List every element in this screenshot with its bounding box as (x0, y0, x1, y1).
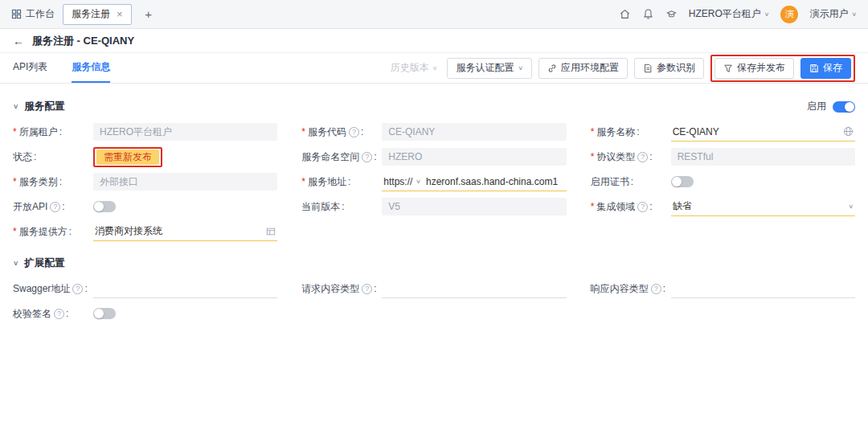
required-marker (13, 176, 19, 187)
param-detect-button[interactable]: 参数识别 (634, 58, 704, 79)
response-type-input[interactable] (671, 280, 855, 297)
auth-config-button[interactable]: 服务认证配置 ∨ (447, 58, 532, 79)
grid-spacer (301, 221, 566, 242)
field-version-label: 当前版本 (301, 200, 382, 214)
lov-picker-icon[interactable] (266, 227, 277, 236)
env-config-button[interactable]: 应用环境配置 (538, 58, 628, 79)
field-cert-label: 启用证书 (591, 175, 671, 189)
field-open-api-label: 开放API? (13, 200, 93, 214)
workbench-tab[interactable]: 工作台 (11, 7, 63, 21)
required-marker (301, 126, 308, 137)
protocol-prefix-select[interactable]: https:// (382, 176, 412, 187)
field-address: 服务地址 https:// ∨ (301, 171, 566, 192)
field-request-type-label: 请求内容类型? (301, 282, 382, 296)
service-address-input[interactable] (424, 173, 567, 190)
save-and-publish-button[interactable]: 保存并发布 (714, 58, 794, 79)
field-provider: 服务提供方 (13, 221, 277, 242)
save-button[interactable]: 保存 (800, 58, 851, 79)
add-tab-button[interactable]: + (140, 6, 158, 23)
funnel-icon (723, 64, 733, 73)
field-cert: 启用证书 (591, 171, 855, 192)
help-icon: ? (651, 284, 661, 294)
form-content: ∨ 服务配置 启用 所属租户 HZERO平台租户 服务代码? CE-QIANY … (0, 84, 868, 447)
help-icon: ? (50, 202, 60, 212)
field-protocol: 协议类型? RESTful (591, 146, 855, 167)
avatar[interactable]: 演 (780, 6, 798, 23)
back-button[interactable]: ← (13, 35, 24, 47)
sign-check-toggle[interactable] (93, 308, 116, 319)
version-input: V5 (382, 198, 566, 215)
page-header: ← 服务注册 - CE-QIANY (0, 29, 868, 53)
help-icon: ? (362, 152, 372, 162)
enable-label: 启用 (807, 100, 826, 113)
field-open-api: 开放API? (13, 196, 277, 217)
help-icon: ? (637, 202, 648, 212)
field-tenant-label: 所属租户 (13, 125, 93, 139)
open-api-toggle[interactable] (93, 201, 116, 212)
field-swagger: Swagger地址? (13, 278, 277, 299)
chevron-down-icon: ∨ (764, 11, 770, 18)
tenant-label: HZERO平台租户 (689, 7, 761, 21)
grid-spacer (301, 303, 566, 324)
tab-api-list[interactable]: API列表 (13, 53, 47, 83)
user-menu[interactable]: 演示用户 ∨ (809, 7, 857, 21)
help-icon: ? (54, 309, 64, 319)
home-icon[interactable] (619, 8, 631, 20)
provider-input[interactable] (93, 223, 263, 240)
chevron-down-icon[interactable]: ∨ (416, 178, 421, 185)
protocol-input: RESTful (671, 148, 855, 166)
section-service-config: ∨ 服务配置 启用 (13, 90, 855, 121)
required-marker (13, 226, 19, 237)
field-category-label: 服务类别 (13, 175, 93, 189)
namespace-input: HZERO (382, 148, 566, 166)
close-icon[interactable]: × (117, 9, 123, 19)
chevron-down-icon: ∨ (848, 203, 855, 210)
field-service-code-label: 服务代码? (301, 125, 382, 139)
section-extension-config: ∨ 扩展配置 (13, 247, 855, 278)
grid-spacer (591, 221, 855, 242)
chevron-down-icon[interactable]: ∨ (13, 260, 18, 267)
open-tab-label: 服务注册 (72, 7, 110, 21)
chevron-down-icon: ∨ (432, 65, 438, 72)
field-service-code: 服务代码? CE-QIANY (301, 121, 566, 142)
swagger-input[interactable] (93, 280, 277, 297)
history-version-select[interactable]: 历史版本 ∨ (391, 61, 438, 75)
enable-toggle[interactable] (833, 101, 855, 113)
field-response-type: 响应内容类型? (591, 278, 855, 299)
chevron-down-icon: ∨ (518, 65, 523, 72)
bell-icon[interactable] (642, 8, 654, 20)
help-center-icon[interactable] (665, 8, 678, 20)
enable-cert-toggle[interactable] (671, 176, 694, 187)
help-icon: ? (362, 284, 372, 294)
section-title: 扩展配置 (24, 256, 64, 270)
field-protocol-label: 协议类型? (591, 150, 671, 164)
service-name-input[interactable] (671, 123, 840, 140)
field-response-type-label: 响应内容类型? (591, 282, 671, 296)
tenant-input: HZERO平台租户 (93, 123, 277, 141)
field-category: 服务类别 外部接口 (13, 171, 277, 192)
workbench-label: 工作台 (26, 7, 55, 21)
field-sign-check: 校验签名? (13, 303, 277, 324)
field-sign-check-label: 校验签名? (13, 307, 93, 321)
field-request-type: 请求内容类型? (301, 278, 566, 299)
status-badge: 需重新发布 (96, 150, 159, 165)
grid-spacer (591, 303, 855, 324)
field-provider-label: 服务提供方 (13, 225, 93, 239)
open-tab-service-registration[interactable]: 服务注册 × (63, 4, 132, 25)
required-marker (591, 126, 597, 137)
request-type-input[interactable] (382, 280, 566, 297)
tenant-select[interactable]: HZERO平台租户 ∨ (689, 7, 770, 21)
required-marker (13, 126, 19, 137)
required-marker (591, 151, 597, 162)
service-code-input: CE-QIANY (382, 123, 566, 141)
required-marker (591, 201, 597, 212)
field-namespace-label: 服务命名空间? (301, 150, 382, 164)
tab-service-info[interactable]: 服务信息 (72, 53, 110, 83)
globe-icon[interactable] (843, 126, 855, 137)
field-service-name-label: 服务名称 (591, 125, 671, 139)
chevron-down-icon[interactable]: ∨ (13, 103, 18, 110)
top-tab-bar: 工作台 服务注册 × + HZERO平台租户 ∨ 演 演示用户 ∨ (0, 0, 868, 29)
domain-select[interactable]: 缺省 ∨ (671, 198, 855, 216)
link-icon (547, 64, 557, 73)
category-input: 外部接口 (93, 173, 277, 191)
